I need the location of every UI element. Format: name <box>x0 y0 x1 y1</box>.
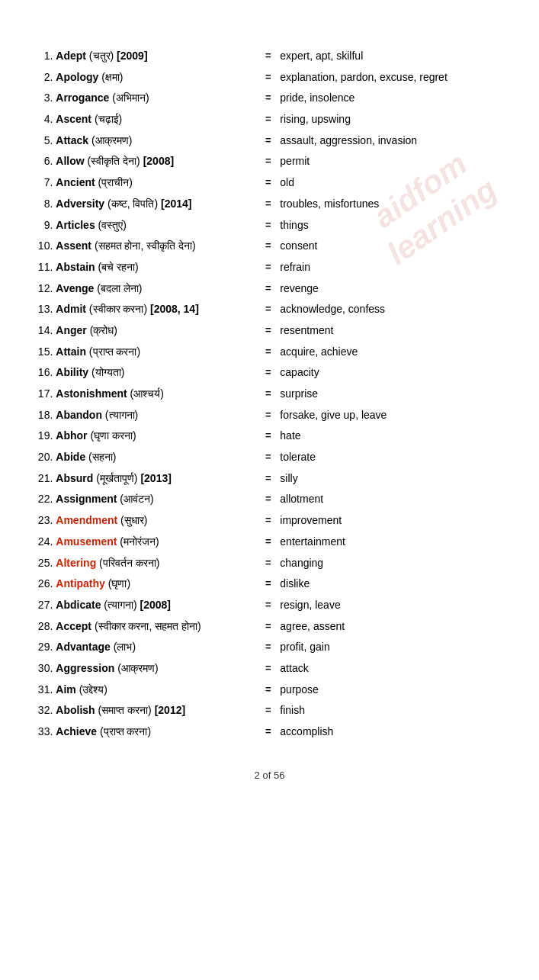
equals-sign: = <box>264 194 278 215</box>
word-cell: Admit (स्वीकार करना) [2008, 14] <box>54 299 264 320</box>
row-number: 20. <box>30 447 54 468</box>
row-number: 13. <box>30 299 54 320</box>
row-number: 26. <box>30 574 54 595</box>
table-row: 23.Amendment (सुधार)=improvement <box>30 510 509 532</box>
meaning-cell: explanation, pardon, excuse, regret <box>278 67 509 88</box>
table-row: 25.Altering (परिवर्तन करना)=changing <box>30 553 509 574</box>
equals-sign: = <box>264 362 278 384</box>
row-number: 23. <box>30 510 54 532</box>
word-cell: Allow (स्वीकृति देना) [2008] <box>54 151 264 172</box>
row-number: 30. <box>30 658 54 680</box>
table-row: 22.Assignment (आवंटन)=allotment <box>30 489 509 510</box>
meaning-cell: acknowledge, confess <box>278 299 509 320</box>
row-number: 5. <box>30 130 54 152</box>
word-cell: Adversity (कष्ट, विपति) [2014] <box>54 194 264 215</box>
equals-sign: = <box>264 680 278 701</box>
meaning-cell: dislike <box>278 574 509 595</box>
row-number: 21. <box>30 468 54 490</box>
table-row: 29.Advantage (लाभ)=profit, gain <box>30 637 509 658</box>
meaning-cell: entertainment <box>278 532 509 553</box>
equals-sign: = <box>264 278 278 300</box>
meaning-cell: accomplish <box>278 721 509 743</box>
table-row: 13.Admit (स्वीकार करना) [2008, 14]=ackno… <box>30 299 509 320</box>
word-cell: Ability (योग्यता) <box>54 362 264 384</box>
equals-sign: = <box>264 67 278 88</box>
table-row: 8.Adversity (कष्ट, विपति) [2014]=trouble… <box>30 194 509 215</box>
word-cell: Astonishment (आश्चर्य) <box>54 384 264 405</box>
table-row: 28.Accept (स्वीकार करना, सहमत होना)=agre… <box>30 616 509 638</box>
meaning-cell: consent <box>278 236 509 257</box>
table-row: 20.Abide (सहना)=tolerate <box>30 447 509 468</box>
meaning-cell: purpose <box>278 680 509 701</box>
table-row: 18.Abandon (त्यागना)=forsake, give up, l… <box>30 405 509 426</box>
table-row: 17.Astonishment (आश्चर्य)=surprise <box>30 384 509 405</box>
word-cell: Anger (क्रोध) <box>54 320 264 342</box>
word-cell: Adept (चतुर) [2009] <box>54 46 264 67</box>
meaning-cell: refrain <box>278 257 509 278</box>
equals-sign: = <box>264 468 278 490</box>
equals-sign: = <box>264 384 278 405</box>
row-number: 32. <box>30 700 54 721</box>
word-cell: Absurd (मूर्खतापूर्ण) [2013] <box>54 468 264 490</box>
table-row: 12.Avenge (बदला लेना)=revenge <box>30 278 509 300</box>
word-cell: Attack (आक्रमण) <box>54 130 264 152</box>
meaning-cell: silly <box>278 468 509 490</box>
equals-sign: = <box>264 510 278 532</box>
table-row: 16.Ability (योग्यता)=capacity <box>30 362 509 384</box>
row-number: 14. <box>30 320 54 342</box>
table-row: 33.Achieve (प्राप्त करना)=accomplish <box>30 721 509 743</box>
vocab-table: 1.Adept (चतुर) [2009]=expert, apt, skilf… <box>30 46 509 743</box>
table-row: 26.Antipathy (घृणा)=dislike <box>30 574 509 595</box>
row-number: 19. <box>30 426 54 447</box>
word-cell: Ancient (प्राचीन) <box>54 172 264 194</box>
table-row: 5.Attack (आक्रमण)=assault, aggression, i… <box>30 130 509 152</box>
row-number: 9. <box>30 215 54 236</box>
row-number: 8. <box>30 194 54 215</box>
table-row: 2.Apology (क्षमा)=explanation, pardon, e… <box>30 67 509 88</box>
equals-sign: = <box>264 236 278 257</box>
table-row: 11.Abstain (बचे रहना)=refrain <box>30 257 509 278</box>
meaning-cell: attack <box>278 658 509 680</box>
meaning-cell: assault, aggression, invasion <box>278 130 509 152</box>
word-cell: Avenge (बदला लेना) <box>54 278 264 300</box>
meaning-cell: resign, leave <box>278 595 509 616</box>
equals-sign: = <box>264 447 278 468</box>
equals-sign: = <box>264 257 278 278</box>
meaning-cell: expert, apt, skilful <box>278 46 509 67</box>
word-cell: Abstain (बचे रहना) <box>54 257 264 278</box>
meaning-cell: old <box>278 172 509 194</box>
table-row: 21.Absurd (मूर्खतापूर्ण) [2013]=silly <box>30 468 509 490</box>
table-row: 6.Allow (स्वीकृति देना) [2008]=permit <box>30 151 509 172</box>
equals-sign: = <box>264 553 278 574</box>
equals-sign: = <box>264 320 278 342</box>
row-number: 15. <box>30 342 54 363</box>
meaning-cell: surprise <box>278 384 509 405</box>
table-row: 15.Attain (प्राप्त करना)=acquire, achiev… <box>30 342 509 363</box>
meaning-cell: capacity <box>278 362 509 384</box>
table-row: 1.Adept (चतुर) [2009]=expert, apt, skilf… <box>30 46 509 67</box>
equals-sign: = <box>264 658 278 680</box>
equals-sign: = <box>264 426 278 447</box>
equals-sign: = <box>264 46 278 67</box>
equals-sign: = <box>264 700 278 721</box>
word-cell: Amusement (मनोरंजन) <box>54 532 264 553</box>
word-cell: Abhor (घृणा करना) <box>54 426 264 447</box>
equals-sign: = <box>264 595 278 616</box>
row-number: 28. <box>30 616 54 638</box>
row-number: 3. <box>30 88 54 109</box>
word-cell: Antipathy (घृणा) <box>54 574 264 595</box>
meaning-cell: rising, upswing <box>278 109 509 130</box>
word-cell: Aim (उद्देश्य) <box>54 680 264 701</box>
word-cell: Aggression (आक्रमण) <box>54 658 264 680</box>
row-number: 18. <box>30 405 54 426</box>
equals-sign: = <box>264 172 278 194</box>
row-number: 6. <box>30 151 54 172</box>
word-cell: Altering (परिवर्तन करना) <box>54 553 264 574</box>
row-number: 24. <box>30 532 54 553</box>
table-row: 24.Amusement (मनोरंजन)=entertainment <box>30 532 509 553</box>
meaning-cell: pride, insolence <box>278 88 509 109</box>
meaning-cell: resentment <box>278 320 509 342</box>
page-footer: 2 of 56 <box>0 770 539 781</box>
row-number: 17. <box>30 384 54 405</box>
equals-sign: = <box>264 342 278 363</box>
